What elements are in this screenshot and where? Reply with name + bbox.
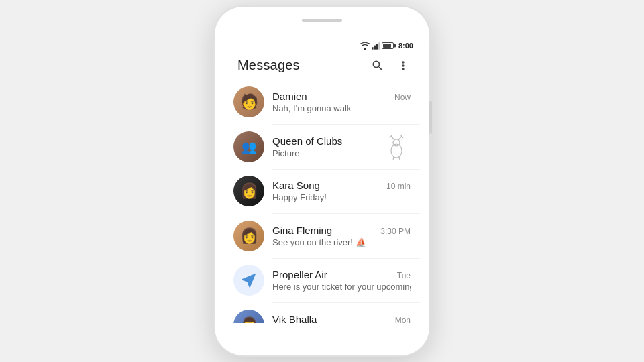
svg-line-10 (402, 136, 403, 138)
search-button[interactable] (370, 58, 385, 73)
message-content-damien: Damien Now Nah, I'm gonna walk (272, 90, 411, 113)
message-content-propeller-air: Propeller Air Tue Here is your ticket fo… (272, 269, 411, 292)
svg-line-6 (391, 136, 394, 140)
conversation-item-propeller-air[interactable]: Propeller Air Tue Here is your ticket fo… (224, 258, 420, 302)
message-content-kara-song: Kara Song 10 min Happy Friday! (272, 180, 411, 202)
wifi-icon (360, 42, 370, 50)
message-preview-damien: Nah, I'm gonna walk (272, 103, 411, 113)
search-icon (371, 59, 384, 72)
message-content-vik-bhalla: Vik Bhalla Mon How's the desert life? (272, 314, 411, 324)
status-bar: 8:00 (224, 39, 420, 51)
message-time-propeller-air: Tue (397, 271, 411, 280)
message-header-queen-of-clubs: Queen of Clubs (272, 135, 374, 147)
more-options-icon (396, 59, 410, 72)
svg-line-11 (400, 135, 402, 136)
svg-line-13 (399, 156, 400, 160)
conversation-item-vik-bhalla[interactable]: 👨 Vik Bhalla Mon How's the desert life? (224, 303, 420, 324)
message-time-kara-song: 10 min (386, 182, 411, 191)
contact-name-damien: Damien (272, 90, 307, 102)
battery-icon (382, 42, 394, 49)
app-bar-icons (370, 58, 411, 73)
message-preview-propeller-air: Here is your ticket for your upcoming... (272, 282, 411, 292)
phone-side-button (429, 101, 432, 134)
contact-name-vik-bhalla: Vik Bhalla (272, 314, 317, 324)
message-header-propeller-air: Propeller Air Tue (272, 269, 411, 280)
sticker-image (383, 133, 410, 160)
avatar-vik-bhalla: 👨 (233, 310, 264, 324)
svg-rect-0 (372, 47, 374, 49)
message-header-vik-bhalla: Vik Bhalla Mon (272, 314, 411, 324)
conversation-item-queen-of-clubs[interactable]: 👥 Queen of Clubs Picture (224, 125, 420, 169)
message-header-gina-fleming: Gina Fleming 3:30 PM (272, 225, 411, 236)
message-header-damien: Damien Now (272, 90, 411, 102)
message-header-kara-song: Kara Song 10 min (272, 180, 411, 191)
sticker-thumbnail-queen-of-clubs (382, 133, 411, 161)
message-preview-kara-song: Happy Friday! (272, 192, 411, 202)
phone-screen: 8:00 Messages (224, 39, 420, 323)
contact-name-propeller-air: Propeller Air (272, 269, 327, 280)
app-title: Messages (237, 58, 370, 73)
message-time-damien: Now (394, 93, 411, 102)
svg-line-7 (390, 136, 391, 138)
svg-rect-2 (376, 44, 378, 50)
conversation-item-damien[interactable]: 🧑 Damien Now Nah, I'm gonna walk (224, 80, 420, 124)
svg-line-9 (398, 136, 402, 140)
svg-line-12 (393, 156, 394, 160)
avatar-propeller-air (233, 265, 264, 296)
svg-point-5 (393, 139, 400, 146)
contact-name-kara-song: Kara Song (272, 180, 320, 191)
avatar-queen-of-clubs: 👥 (233, 131, 264, 162)
conversation-item-gina-fleming[interactable]: 👩 Gina Fleming 3:30 PM See you on the ri… (224, 214, 420, 258)
message-time-gina-fleming: 3:30 PM (380, 227, 411, 236)
signal-icon (372, 42, 380, 50)
app-bar: Messages (224, 51, 420, 80)
propeller-icon (239, 271, 258, 290)
svg-line-8 (391, 135, 392, 136)
status-icons: 8:00 (360, 42, 413, 50)
contact-name-gina-fleming: Gina Fleming (272, 225, 332, 236)
avatar-gina-fleming: 👩 (233, 221, 264, 251)
message-preview-queen-of-clubs: Picture (272, 148, 374, 158)
message-content-gina-fleming: Gina Fleming 3:30 PM See you on the rive… (272, 225, 411, 247)
svg-rect-1 (374, 45, 376, 49)
contact-name-queen-of-clubs: Queen of Clubs (272, 135, 342, 147)
message-list: 🧑 Damien Now Nah, I'm gonna walk 👥 Queen… (224, 80, 420, 323)
phone-speaker (302, 19, 342, 22)
message-content-queen-of-clubs: Queen of Clubs Picture (272, 135, 374, 158)
message-time-vik-bhalla: Mon (395, 316, 411, 324)
avatar-damien: 🧑 (233, 86, 264, 117)
phone-wrapper: 8:00 Messages (215, 7, 429, 355)
conversation-item-kara-song[interactable]: 👩 Kara Song 10 min Happy Friday! (224, 169, 420, 213)
avatar-kara-song: 👩 (233, 176, 264, 206)
svg-rect-3 (378, 42, 380, 49)
status-time: 8:00 (398, 42, 413, 50)
message-preview-gina-fleming: See you on the river! ⛵ (272, 237, 411, 247)
more-options-button[interactable] (396, 58, 411, 73)
